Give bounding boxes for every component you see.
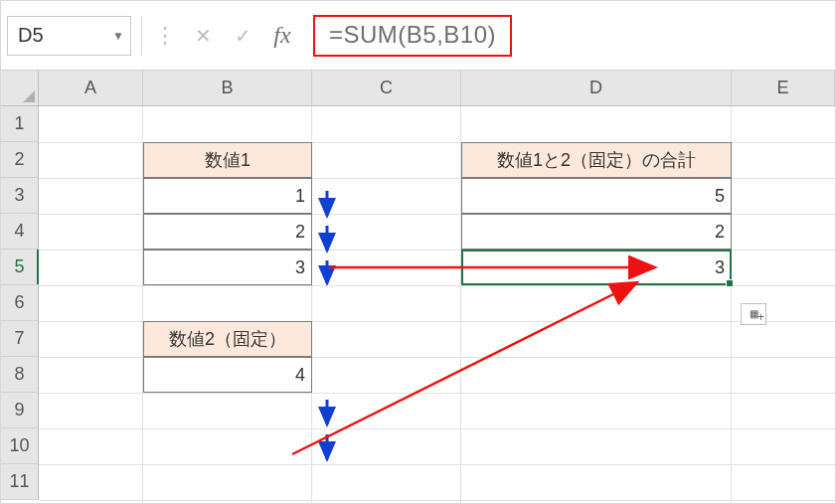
formula-bar: D5 ▼ ⋮ ✕ ✓ fx =SUM(B5,B10) [1,1,835,71]
col-header-B[interactable]: B [143,71,312,106]
cell-B5[interactable]: 3 [143,250,312,285]
col-A-bg [39,106,143,504]
cell-B2[interactable]: 数値1 [143,142,312,178]
separator [141,16,142,56]
row-header-11[interactable]: 11 [1,464,39,500]
excel-window: D5 ▼ ⋮ ✕ ✓ fx =SUM(B5,B10) A B C D E 1 2… [0,0,836,504]
cell-D4[interactable]: 2 [461,214,732,250]
col-header-A[interactable]: A [39,71,143,106]
select-all-corner[interactable] [1,71,39,106]
more-icon[interactable]: ⋮ [152,23,178,49]
row-header-2[interactable]: 2 [1,142,39,178]
cell-B3[interactable]: 1 [143,178,312,214]
cell-B7[interactable]: 数値2（固定） [143,321,312,357]
cancel-icon[interactable]: ✕ [188,24,218,48]
plus-icon: + [757,310,764,324]
row-header-5[interactable]: 5 [1,250,39,285]
col-header-E[interactable]: E [732,71,835,106]
enter-icon[interactable]: ✓ [228,24,257,48]
row-header-3[interactable]: 3 [1,178,39,214]
grid: A B C D E 1 2 3 4 5 6 7 8 9 10 11 [1,71,835,503]
row-header-4[interactable]: 4 [1,214,39,250]
row-header-7[interactable]: 7 [1,321,39,357]
col-header-D[interactable]: D [461,71,732,106]
cell-area[interactable]: 数値1 1 2 3 数値2（固定） 4 数値1と2（固定）の合計 5 2 3 ▦… [39,106,835,503]
row-header-10[interactable]: 10 [1,428,39,464]
col-C-bg [312,106,461,504]
row-header-1[interactable]: 1 [1,106,39,142]
cell-B4[interactable]: 2 [143,214,312,250]
name-box[interactable]: D5 ▼ [7,16,131,56]
cell-B8[interactable]: 4 [143,357,312,393]
cell-D5[interactable]: 3 [461,250,732,285]
col-header-C[interactable]: C [312,71,461,106]
row-header-9[interactable]: 9 [1,393,39,428]
row-header-8[interactable]: 8 [1,357,39,393]
cell-D2[interactable]: 数値1と2（固定）の合計 [461,142,732,178]
autofill-options-button[interactable]: ▦ + [741,303,766,325]
name-box-dropdown-icon[interactable]: ▼ [112,29,124,43]
cell-D3[interactable]: 5 [461,178,732,214]
row-header-6[interactable]: 6 [1,285,39,321]
fx-icon[interactable]: fx [267,22,297,49]
formula-input[interactable]: =SUM(B5,B10) [313,15,512,57]
name-box-value: D5 [18,24,44,47]
